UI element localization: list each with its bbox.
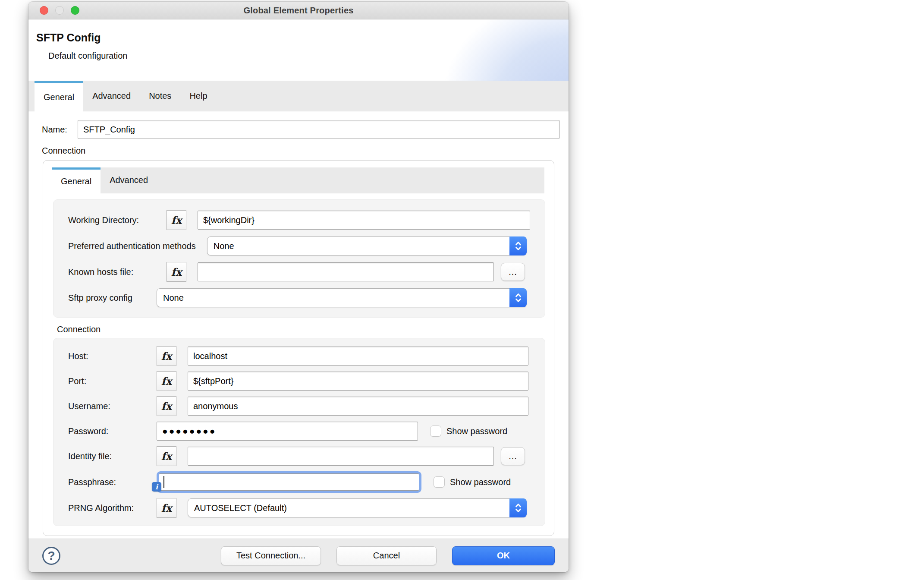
fx-icon: fx (161, 400, 172, 413)
minimize-button[interactable] (55, 6, 64, 15)
fx-button[interactable]: fx (167, 210, 186, 230)
tab-advanced[interactable]: Advanced (83, 81, 140, 111)
ellipsis-icon: ... (509, 267, 517, 277)
dropdown-stepper-icon (509, 236, 527, 255)
show-password-checkbox[interactable]: Show password (430, 426, 507, 437)
preferred-auth-row: Preferred authentication methods None (68, 236, 530, 256)
fx-button[interactable]: fx (157, 371, 176, 391)
working-directory-input[interactable] (198, 211, 530, 230)
show-passphrase-checkbox[interactable]: Show password (434, 476, 511, 488)
sftp-proxy-label: Sftp proxy config (68, 293, 157, 303)
port-label: Port: (68, 376, 157, 386)
username-label: Username: (68, 401, 157, 411)
dialog-window: Global Element Properties SFTP Config De… (28, 2, 569, 572)
connection-settings-group: Host: fx Port: fx Username: fx (53, 338, 545, 526)
fx-button[interactable]: fx (157, 446, 176, 466)
fx-icon: fx (171, 266, 182, 278)
port-input[interactable] (188, 372, 528, 391)
cancel-button[interactable]: Cancel (336, 546, 437, 565)
fx-icon: fx (161, 502, 172, 514)
password-input[interactable]: ●●●●●●●● (157, 422, 418, 441)
checkbox-icon (434, 476, 445, 488)
host-input[interactable] (188, 347, 528, 366)
show-password-label: Show password (450, 477, 511, 487)
checkbox-icon (430, 426, 441, 437)
preferred-auth-value: None (214, 241, 234, 251)
preferred-auth-select[interactable]: None (207, 236, 527, 255)
passphrase-row: Passphrase: i Show password (68, 471, 530, 493)
host-label: Host: (68, 351, 157, 361)
test-connection-button[interactable]: Test Connection... (221, 546, 321, 565)
tab-notes[interactable]: Notes (140, 81, 180, 111)
zoom-button[interactable] (71, 6, 79, 15)
fx-icon: fx (161, 350, 172, 362)
browse-button[interactable]: ... (501, 263, 525, 281)
ok-button[interactable]: OK (452, 546, 555, 565)
preferred-auth-label: Preferred authentication methods (68, 241, 196, 251)
info-icon: i (152, 482, 161, 492)
prng-value: AUTOSELECT (Default) (194, 503, 287, 513)
desktop-background: Global Element Properties SFTP Config De… (0, 0, 924, 580)
port-row: Port: fx (68, 371, 530, 391)
passphrase-label: Passphrase: (68, 477, 157, 487)
connection-tab-advanced[interactable]: Advanced (101, 167, 157, 193)
fx-button[interactable]: fx (167, 262, 186, 282)
fx-icon: fx (161, 375, 172, 388)
fx-icon: fx (161, 450, 172, 463)
dialog-header: SFTP Config Default configuration (28, 19, 569, 81)
fx-button[interactable]: fx (157, 498, 176, 518)
working-directory-row: Working Directory: fx (68, 210, 530, 230)
show-password-label: Show password (446, 426, 507, 436)
connection-tab-bar: General Advanced (52, 167, 544, 193)
passphrase-field[interactable]: i (157, 471, 421, 493)
text-cursor-icon (163, 476, 164, 488)
password-row: Password: ●●●●●●●● Show password (68, 421, 530, 441)
identity-file-row: Identity file: fx ... (68, 446, 530, 466)
password-label: Password: (68, 426, 157, 436)
fx-button[interactable]: fx (157, 346, 176, 366)
window-title: Global Element Properties (243, 6, 353, 16)
help-button[interactable]: ? (42, 547, 60, 565)
known-hosts-label: Known hosts file: (68, 267, 167, 277)
title-bar: Global Element Properties (28, 2, 569, 19)
fx-button[interactable]: fx (157, 396, 176, 416)
sftp-proxy-row: Sftp proxy config None (68, 288, 530, 308)
connection-group-box: General Advanced Working Directory: fx P… (43, 160, 554, 536)
question-mark-icon: ? (47, 549, 55, 563)
general-settings-group: Working Directory: fx Preferred authenti… (53, 199, 545, 318)
page-subtitle: Default configuration (28, 44, 569, 61)
dropdown-stepper-icon (509, 498, 527, 517)
identity-file-label: Identity file: (68, 451, 157, 461)
known-hosts-row: Known hosts file: fx ... (68, 262, 530, 282)
window-controls (40, 6, 79, 15)
main-tab-bar: General Advanced Notes Help (28, 81, 569, 111)
prng-select[interactable]: AUTOSELECT (Default) (188, 498, 527, 517)
prng-row: PRNG Algorithm: fx AUTOSELECT (Default) (68, 498, 530, 518)
ellipsis-icon: ... (509, 451, 517, 461)
working-directory-label: Working Directory: (68, 215, 167, 225)
close-button[interactable] (40, 6, 48, 15)
username-input[interactable] (188, 397, 528, 416)
name-row: Name: (42, 120, 559, 139)
sftp-proxy-value: None (163, 293, 184, 303)
sftp-proxy-select[interactable]: None (157, 288, 527, 307)
name-label: Name: (42, 125, 67, 135)
tab-content: Name: Connection General Advanced Workin… (28, 111, 569, 539)
browse-button[interactable]: ... (501, 447, 525, 465)
dropdown-stepper-icon (509, 288, 527, 307)
connection-section-label: Connection (42, 146, 559, 156)
tab-help[interactable]: Help (180, 81, 216, 111)
dialog-footer: ? Test Connection... Cancel OK (28, 539, 569, 572)
prng-label: PRNG Algorithm: (68, 503, 157, 513)
connection-tab-general[interactable]: General (52, 167, 101, 193)
host-row: Host: fx (68, 346, 530, 366)
inner-connection-label: Connection (57, 325, 545, 334)
fx-icon: fx (171, 214, 182, 227)
identity-file-input[interactable] (188, 447, 494, 466)
page-title: SFTP Config (28, 19, 569, 44)
tab-general[interactable]: General (35, 81, 83, 111)
username-row: Username: fx (68, 396, 530, 416)
known-hosts-input[interactable] (198, 262, 494, 281)
name-input[interactable] (78, 120, 559, 139)
